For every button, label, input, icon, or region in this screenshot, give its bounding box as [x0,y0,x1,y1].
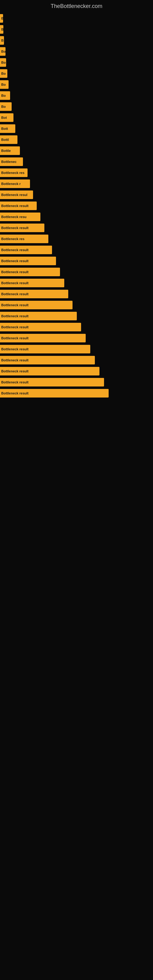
bar-label: Bottleneck result [1,292,29,296]
bar-row: B [0,25,153,34]
bar-label: Bo [1,72,6,75]
bar-row: Bottleneck result [0,345,153,353]
bar-label: Bottl [1,138,9,142]
bar-label: Bottleneck result [1,369,29,373]
bar-label: Bo [1,94,6,97]
bar: Bottleneck result [0,323,81,331]
bar-row: Bottleneck result [0,312,153,320]
bar: Bottl [0,135,18,144]
bar-label: Bottleneck result [1,204,29,208]
bar: Bott [0,124,15,133]
bar: Bo [0,69,7,78]
bar: Bo [0,102,12,111]
bar-row: B [0,36,153,45]
bar-row: Bottleneck result [0,356,153,364]
bar-row: Bot [0,113,153,122]
bar-row: Bottleneck result [0,279,153,287]
bar-row: Bo [0,102,153,111]
bar: Bottleneck result [0,367,99,375]
bar-label: Bottleneck resul [1,193,27,197]
bar-label: Bottleneck result [1,303,29,307]
bar: Bottle [0,146,20,155]
bar-label: Bottleneck result [1,391,29,395]
bar: Bottleneck result [0,356,95,364]
bar-row: Bottleneck result [0,367,153,375]
bar: Bottleneck result [0,312,77,320]
bar: Bottleneck r [0,180,30,188]
bar-row: Bottleneck result [0,268,153,276]
site-title: TheBottlenecker.com [0,0,153,14]
bar-label: Bottleneck result [1,226,29,230]
bar-row: Bottlenec [0,158,153,166]
bar-row: Bott [0,124,153,133]
bar: Bottleneck res [0,169,27,177]
bar-label: Bottleneck resu [1,215,27,219]
bar: B [0,36,4,45]
bar: Bottlenec [0,158,23,166]
bar: Bo [0,58,6,67]
bar: Bo [0,80,9,89]
bar-label: Bottleneck result [1,259,29,263]
bar-label: Bottleneck res [1,237,24,241]
bar-row: Bo [0,80,153,89]
bar-label: Bottleneck result [1,380,29,384]
bar-row: Bo [0,47,153,56]
bar-row: Bottleneck result [0,224,153,232]
bar-row: Bottleneck resu [0,213,153,221]
bar: Bottleneck result [0,224,45,232]
bar: Bot [0,113,13,122]
bar: Bottleneck result [0,334,86,342]
bar-row: Bottle [0,146,153,155]
bar: Bo [0,47,5,56]
bar-row: Bottleneck result [0,202,153,210]
bar-row: Bo [0,58,153,67]
bar-row: Bottl [0,135,153,144]
bar-label: Bo [1,60,6,64]
bar-label: Bottleneck res [1,171,24,175]
bar-row: Bottleneck result [0,323,153,331]
bar: Bo [0,91,10,100]
bar: Bottleneck result [0,257,56,265]
bar: Bottleneck result [0,279,64,287]
bar-label: Bottleneck r [1,182,21,186]
bar-label: Bo [1,49,5,53]
bar-label: B [1,38,4,42]
bar-label: Bo [1,83,6,86]
bar: Bottleneck result [0,345,90,353]
bar-label: Bottleneck result [1,347,29,351]
bar: Bottleneck resu [0,213,40,221]
bar-label: Bo [1,105,6,108]
bar-label: Bottleneck result [1,325,29,329]
bar: Bottleneck result [0,389,108,398]
bar-label: Bott [1,127,8,130]
bar-row: Bottleneck res [0,169,153,177]
bar-row: Bo [0,69,153,78]
bar-label: Bottleneck result [1,314,29,318]
bar-label: Bottleneck result [1,248,29,252]
bar-label: B [1,27,3,31]
bar: Bottleneck result [0,246,52,254]
bar-row: B [0,14,153,23]
bar-row: Bottleneck result [0,334,153,342]
bar-label: Bottleneck result [1,358,29,362]
bar: Bottleneck resul [0,191,33,199]
bar-row: Bottleneck resul [0,191,153,199]
bar-row: Bottleneck result [0,389,153,398]
bar: Bottleneck result [0,301,73,309]
bar-label: Bot [1,116,7,119]
bar-label: Bottle [1,149,11,153]
bar-row: Bottleneck res [0,235,153,243]
bars-container: BBBBoBoBoBoBoBoBotBottBottlBottleBottlen… [0,14,153,406]
bar-label: Bottleneck result [1,336,29,340]
bar: Bottleneck result [0,378,104,387]
bar-label: Bottlenec [1,160,16,164]
bar-row: Bottleneck result [0,290,153,298]
bar: Bottleneck res [0,235,48,243]
bar: B [0,25,3,34]
bar: B [0,14,3,23]
bar-row: Bottleneck result [0,378,153,387]
bar-row: Bottleneck result [0,301,153,309]
bar-label: B [1,16,3,20]
bar: Bottleneck result [0,268,60,276]
bar-row: Bottleneck result [0,257,153,265]
